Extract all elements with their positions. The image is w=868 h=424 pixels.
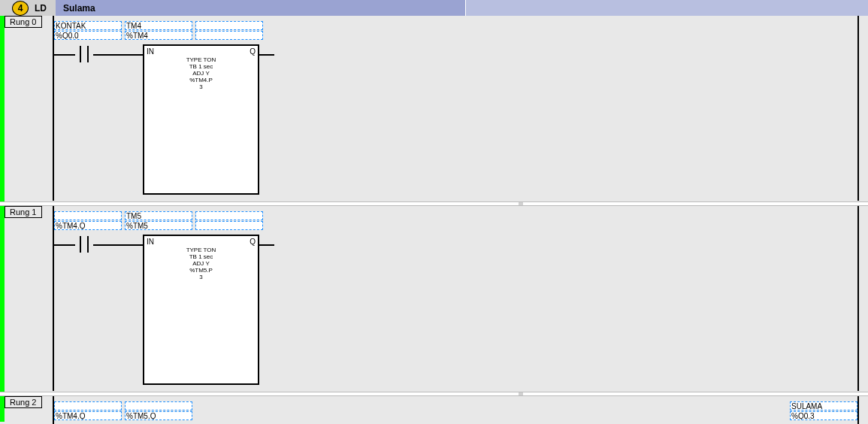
placeholder-cell[interactable]	[195, 31, 263, 40]
fn-pin-in: IN	[147, 238, 154, 246]
placeholder-cell[interactable]	[195, 221, 263, 230]
rung-label: Rung 1	[5, 206, 42, 218]
timer-block[interactable]: IN Q TYPE TON TB 1 sec ADJ Y %TM4.P 3	[143, 44, 259, 195]
fn-pin-q: Q	[250, 47, 256, 56]
contact-address[interactable]: %Q0.0	[54, 31, 122, 40]
contact-comment[interactable]: KONTAK	[54, 21, 122, 30]
timer-block[interactable]: IN Q TYPE TON TB 1 sec ADJ Y %TM5.P 3	[143, 235, 259, 385]
fn-address[interactable]: %TM4	[125, 31, 192, 40]
contact-comment[interactable]	[54, 401, 122, 410]
contact-comment[interactable]	[125, 401, 192, 410]
rung-0[interactable]: Rung 0 KONTAK %Q0.0 TM4 %TM4	[0, 16, 868, 201]
section-lang: LD	[35, 3, 47, 14]
rung-label: Rung 0	[5, 16, 42, 28]
fn-comment[interactable]: TM4	[125, 21, 192, 30]
ladder-area: Rung 0 KONTAK %Q0.0 TM4 %TM4	[0, 16, 868, 424]
section-title: Sulama	[56, 0, 466, 16]
contact-address[interactable]: %TM5.Q	[125, 411, 192, 420]
placeholder-cell[interactable]	[195, 21, 263, 30]
coil-comment[interactable]: SULAMA	[790, 401, 857, 410]
fn-comment[interactable]: TM5	[125, 211, 192, 220]
section-number-badge: 4	[12, 1, 29, 16]
fn-pin-q: Q	[250, 238, 256, 246]
fn-params: TYPE TON TB 1 sec ADJ Y %TM5.P 3	[144, 247, 258, 280]
rung-label: Rung 2	[5, 396, 42, 408]
fn-params: TYPE TON TB 1 sec ADJ Y %TM4.P 3	[144, 56, 258, 90]
rung-2[interactable]: Rung 2 %TM4.Q %TM5.Q SULAMA %Q0.3	[0, 396, 868, 424]
rung-1[interactable]: Rung 1 %TM4.Q TM5 %TM5 IN Q	[0, 206, 868, 392]
section-header: 4 LD Sulama	[0, 0, 868, 16]
fn-pin-in: IN	[147, 47, 154, 56]
placeholder-cell[interactable]	[195, 211, 263, 220]
contact-address[interactable]: %TM4.Q	[54, 411, 122, 420]
contact-address[interactable]: %TM4.Q	[54, 221, 122, 230]
contact-comment[interactable]	[54, 211, 122, 220]
no-contact[interactable]	[75, 46, 93, 62]
coil-address[interactable]: %Q0.3	[790, 411, 857, 420]
no-contact[interactable]	[75, 236, 93, 253]
fn-address[interactable]: %TM5	[125, 221, 192, 230]
